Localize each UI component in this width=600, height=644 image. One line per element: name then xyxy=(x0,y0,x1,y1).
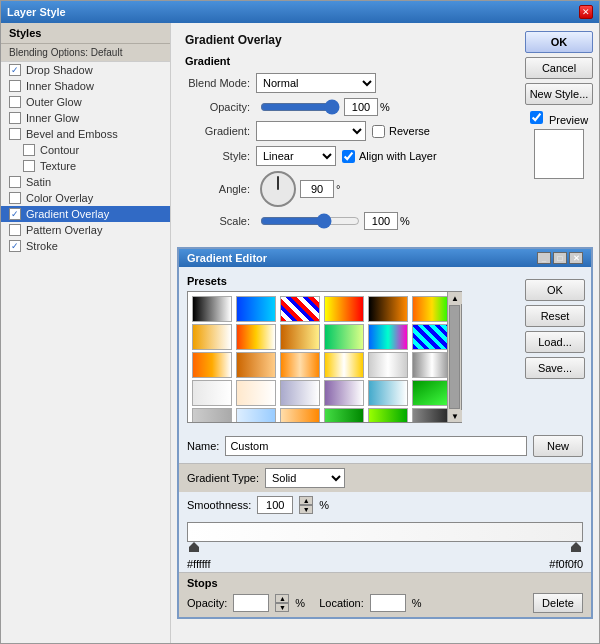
stop-right[interactable] xyxy=(571,542,581,552)
preset-swatch-6[interactable] xyxy=(192,324,232,350)
checkbox-stroke[interactable]: ✓ xyxy=(9,240,21,252)
preset-swatch-19[interactable] xyxy=(236,380,276,406)
checkbox-pattern-overlay[interactable] xyxy=(9,224,21,236)
preset-swatch-9[interactable] xyxy=(324,324,364,350)
presets-label: Presets xyxy=(187,275,513,287)
preset-swatch-15[interactable] xyxy=(324,352,364,378)
preset-swatch-24[interactable] xyxy=(192,408,232,422)
stops-opacity-down[interactable]: ▼ xyxy=(275,603,289,612)
smoothness-input[interactable] xyxy=(257,496,293,514)
ge-new-button[interactable]: New xyxy=(533,435,583,457)
cancel-button[interactable]: Cancel xyxy=(525,57,593,79)
stops-delete-button[interactable]: Delete xyxy=(533,593,583,613)
layer-item-drop-shadow[interactable]: ✓Drop Shadow xyxy=(1,62,170,78)
ok-button[interactable]: OK xyxy=(525,31,593,53)
preset-swatch-17[interactable] xyxy=(412,352,452,378)
layer-item-color-overlay[interactable]: Color Overlay xyxy=(1,190,170,206)
smoothness-row: Smoothness: ▲ ▼ % xyxy=(179,492,591,518)
scale-row: Scale: % xyxy=(185,212,585,230)
scroll-up[interactable]: ▲ xyxy=(448,292,462,304)
stops-location-input[interactable] xyxy=(370,594,406,612)
opacity-input[interactable] xyxy=(344,98,378,116)
layer-item-texture[interactable]: Texture xyxy=(1,158,170,174)
preset-swatch-23[interactable] xyxy=(412,380,452,406)
layer-item-pattern-overlay[interactable]: Pattern Overlay xyxy=(1,222,170,238)
preset-swatch-4[interactable] xyxy=(368,296,408,322)
ge-title-controls: _ □ ✕ xyxy=(537,252,583,264)
preview-checkbox[interactable] xyxy=(530,111,543,124)
scroll-thumb[interactable] xyxy=(449,305,460,409)
checkbox-color-overlay[interactable] xyxy=(9,192,21,204)
preset-swatch-13[interactable] xyxy=(236,352,276,378)
preset-swatch-8[interactable] xyxy=(280,324,320,350)
scale-slider[interactable] xyxy=(260,213,360,229)
preset-swatch-12[interactable] xyxy=(192,352,232,378)
close-button[interactable]: ✕ xyxy=(579,5,593,19)
preset-swatch-2[interactable] xyxy=(280,296,320,322)
smoothness-label: Smoothness: xyxy=(187,499,251,511)
layer-item-satin[interactable]: Satin xyxy=(1,174,170,190)
ge-maximize-btn[interactable]: □ xyxy=(553,252,567,264)
preset-swatch-3[interactable] xyxy=(324,296,364,322)
angle-dial[interactable] xyxy=(260,171,296,207)
preset-swatch-28[interactable] xyxy=(368,408,408,422)
gradient-select[interactable] xyxy=(256,121,366,141)
preset-swatch-27[interactable] xyxy=(324,408,364,422)
preset-swatch-0[interactable] xyxy=(192,296,232,322)
checkbox-outer-glow[interactable] xyxy=(9,96,21,108)
preset-swatch-29[interactable] xyxy=(412,408,452,422)
angle-input[interactable] xyxy=(300,180,334,198)
ge-save-button[interactable]: Save... xyxy=(525,357,585,379)
scroll-down[interactable]: ▼ xyxy=(448,410,462,422)
ge-ok-button[interactable]: OK xyxy=(525,279,585,301)
checkbox-bevel-emboss[interactable] xyxy=(9,128,21,140)
preset-swatch-10[interactable] xyxy=(368,324,408,350)
layer-item-inner-glow[interactable]: Inner Glow xyxy=(1,110,170,126)
checkbox-contour[interactable] xyxy=(23,144,35,156)
name-input[interactable] xyxy=(225,436,527,456)
preset-swatch-18[interactable] xyxy=(192,380,232,406)
layer-item-stroke[interactable]: ✓Stroke xyxy=(1,238,170,254)
preset-swatch-7[interactable] xyxy=(236,324,276,350)
checkbox-drop-shadow[interactable]: ✓ xyxy=(9,64,21,76)
presets-scrollbar[interactable]: ▲ ▼ xyxy=(447,292,461,422)
gradient-type-select[interactable]: Solid Noise xyxy=(265,468,345,488)
new-style-button[interactable]: New Style... xyxy=(525,83,593,105)
blending-options-header[interactable]: Blending Options: Default xyxy=(1,44,170,62)
checkbox-inner-glow[interactable] xyxy=(9,112,21,124)
ge-reset-button[interactable]: Reset xyxy=(525,305,585,327)
ge-minimize-btn[interactable]: _ xyxy=(537,252,551,264)
layer-item-outer-glow[interactable]: Outer Glow xyxy=(1,94,170,110)
preset-swatch-16[interactable] xyxy=(368,352,408,378)
preset-swatch-11[interactable] xyxy=(412,324,452,350)
opacity-slider[interactable] xyxy=(260,99,340,115)
preset-swatch-20[interactable] xyxy=(280,380,320,406)
preset-swatch-26[interactable] xyxy=(280,408,320,422)
preset-swatch-25[interactable] xyxy=(236,408,276,422)
reverse-checkbox[interactable] xyxy=(372,125,385,138)
smoothness-down[interactable]: ▼ xyxy=(299,505,313,514)
preset-swatch-22[interactable] xyxy=(368,380,408,406)
preset-swatch-1[interactable] xyxy=(236,296,276,322)
align-checkbox[interactable] xyxy=(342,150,355,163)
ge-load-button[interactable]: Load... xyxy=(525,331,585,353)
checkbox-inner-shadow[interactable] xyxy=(9,80,21,92)
stops-opacity-input[interactable] xyxy=(233,594,269,612)
stop-left[interactable] xyxy=(189,542,199,552)
blend-mode-select[interactable]: Normal Multiply Screen Overlay xyxy=(256,73,376,93)
ge-close-btn[interactable]: ✕ xyxy=(569,252,583,264)
checkbox-satin[interactable] xyxy=(9,176,21,188)
scale-input[interactable] xyxy=(364,212,398,230)
checkbox-gradient-overlay[interactable]: ✓ xyxy=(9,208,21,220)
preset-swatch-21[interactable] xyxy=(324,380,364,406)
style-select[interactable]: Linear Radial Angle xyxy=(256,146,336,166)
preset-swatch-14[interactable] xyxy=(280,352,320,378)
smoothness-up[interactable]: ▲ xyxy=(299,496,313,505)
stops-opacity-up[interactable]: ▲ xyxy=(275,594,289,603)
layer-item-bevel-emboss[interactable]: Bevel and Emboss xyxy=(1,126,170,142)
layer-item-inner-shadow[interactable]: Inner Shadow xyxy=(1,78,170,94)
layer-item-gradient-overlay[interactable]: ✓Gradient Overlay xyxy=(1,206,170,222)
layer-item-contour[interactable]: Contour xyxy=(1,142,170,158)
gradient-bar[interactable] xyxy=(187,522,583,542)
checkbox-texture[interactable] xyxy=(23,160,35,172)
